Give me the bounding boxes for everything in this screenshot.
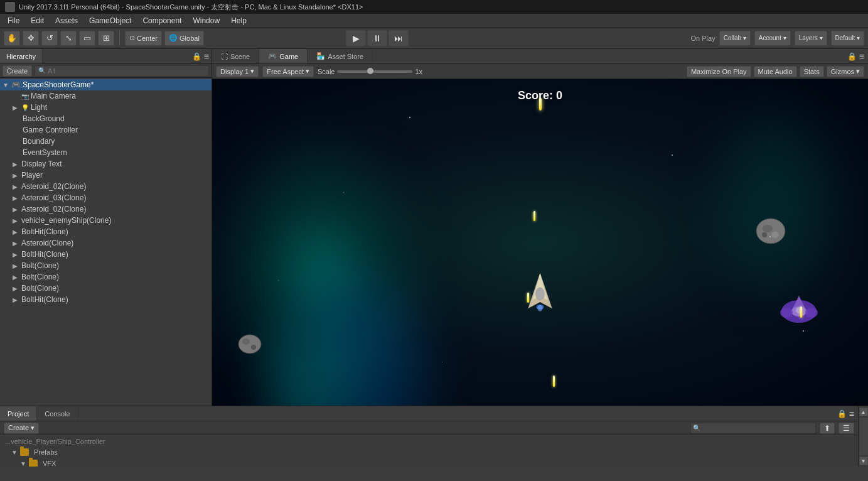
lock-icon[interactable]: 🔒 <box>192 52 201 61</box>
asset-store-tab[interactable]: 🏪 Asset Store <box>308 49 373 63</box>
menu-icon[interactable]: ≡ <box>849 409 854 419</box>
gizmos-button[interactable]: Gizmos ▾ <box>827 66 864 77</box>
hierarchy-item-bolt3[interactable]: ▶ Bolt(Clone) <box>0 283 212 294</box>
stats-label: Stats <box>804 68 820 75</box>
svg-point-8 <box>780 308 793 318</box>
hierarchy-item-bolthit1[interactable]: ▶ BoltHit(Clone) <box>0 226 212 237</box>
hierarchy-item-asteroid03[interactable]: ▶ Asteroid_03(Clone) <box>0 192 212 203</box>
hierarchy-item-bolthit3[interactable]: ▶ BoltHit(Clone) <box>0 294 212 305</box>
hierarchy-item-player[interactable]: ▶ Player <box>0 170 212 181</box>
project-search-input[interactable] <box>690 423 816 434</box>
folder-icon <box>20 448 29 456</box>
svg-point-9 <box>805 308 818 318</box>
lock-icon[interactable]: 🔒 <box>847 52 857 61</box>
hierarchy-item-display-text[interactable]: ▶ Display Text <box>0 158 212 170</box>
hierarchy-item-light[interactable]: ▶ 💡 Light <box>0 102 212 113</box>
enemy-ship <box>780 293 818 329</box>
gizmos-dropdown-icon: ▾ <box>856 67 860 75</box>
collab-button[interactable]: Collab ▾ <box>719 31 751 46</box>
hierarchy-search-input[interactable] <box>35 65 209 77</box>
scroll-up-button[interactable]: ▲ <box>859 408 868 416</box>
menu-icon[interactable]: ≡ <box>859 51 864 62</box>
hierarchy-item-bolt1[interactable]: ▶ Bolt(Clone) <box>0 260 212 271</box>
layers-button[interactable]: Layers ▾ <box>795 31 827 46</box>
scale-label: Scale <box>318 68 335 75</box>
hierarchy-item-background[interactable]: BackGround <box>0 113 212 124</box>
hierarchy-create-button[interactable]: Create <box>3 65 32 77</box>
hierarchy-item-asteroid-clone[interactable]: ▶ Asteroid(Clone) <box>0 237 212 249</box>
menu-file[interactable]: File <box>3 15 24 26</box>
hierarchy-item-boundary[interactable]: Boundary <box>0 136 212 147</box>
global-icon: 🌐 <box>169 34 178 42</box>
hierarchy-item-label: BackGround <box>23 114 65 123</box>
view-tab-bar: ⛶ Scene 🎮 Game 🏪 Asset Store 🔒 ≡ <box>212 49 868 64</box>
aspect-button[interactable]: Free Aspect ▾ <box>262 66 314 77</box>
bolt-mid <box>533 211 535 221</box>
lock-icon[interactable]: 🔒 <box>837 409 847 418</box>
hierarchy-item-bolt2[interactable]: ▶ Bolt(Clone) <box>0 271 212 283</box>
hierarchy-item-enemy-ship[interactable]: ▶ vehicle_enemyShip(Clone) <box>0 215 212 226</box>
hierarchy-tab[interactable]: Hierarchy <box>0 49 43 63</box>
pause-button[interactable]: ⏸ <box>367 30 387 46</box>
scene-tab[interactable]: ⛶ Scene <box>212 49 259 63</box>
expand-icon: ▶ <box>13 217 21 224</box>
account-button[interactable]: Account ▾ <box>754 31 791 46</box>
hierarchy-item-asteroid02-2[interactable]: ▶ Asteroid_02(Clone) <box>0 203 212 215</box>
scene-icon: 🎮 <box>11 80 21 89</box>
play-button[interactable]: ▶ <box>346 30 366 46</box>
search-icon: 🔍 <box>693 424 700 431</box>
mute-audio-button[interactable]: Mute Audio <box>754 66 797 77</box>
scroll-down-button[interactable]: ▼ <box>859 457 868 465</box>
hierarchy-item-label: Bolt(Clone) <box>21 273 59 281</box>
hand-tool-button[interactable]: ✋ <box>4 31 20 46</box>
stats-button[interactable]: Stats <box>800 66 824 77</box>
layout-button[interactable]: Default ▾ <box>831 31 864 46</box>
global-button[interactable]: 🌐 Global <box>164 31 204 46</box>
hierarchy-item-label: Boundary <box>23 137 55 146</box>
menu-assets[interactable]: Assets <box>50 15 83 26</box>
menu-window[interactable]: Window <box>188 15 225 26</box>
scale-slider[interactable] <box>337 70 412 73</box>
rotate-tool-button[interactable]: ↺ <box>41 31 58 46</box>
hierarchy-item-game-controller[interactable]: Game Controller <box>0 124 212 136</box>
rect-tool-button[interactable]: ▭ <box>79 31 95 46</box>
transform-tool-button[interactable]: ⊞ <box>98 31 114 46</box>
scale-slider-thumb[interactable] <box>367 68 373 74</box>
expand-icon: ▶ <box>13 251 21 258</box>
dropdown-icon: ▾ <box>250 67 254 75</box>
menu-edit[interactable]: Edit <box>26 15 49 26</box>
maximize-on-play-button[interactable]: Maximize On Play <box>687 66 751 77</box>
unity-logo-icon <box>5 2 15 12</box>
menu-component[interactable]: Component <box>137 15 186 26</box>
center-button[interactable]: ⊙ Center <box>125 31 162 46</box>
game-view-toolbar: Display 1 ▾ Free Aspect ▾ Scale 1x Maxim… <box>212 64 868 79</box>
menu-gameobject[interactable]: GameObject <box>84 15 136 26</box>
hierarchy-item-root[interactable]: ▼ 🎮 SpaceShooterGame* <box>0 79 212 90</box>
bottom-tab-right: 🔒 ≡ <box>837 406 858 421</box>
bottom-tab-bar: Project Console 🔒 ≡ <box>0 406 858 421</box>
center-icon: ⊙ <box>129 34 135 42</box>
menu-icon[interactable]: ≡ <box>204 51 209 62</box>
scale-tool-button[interactable]: ⤡ <box>60 31 77 46</box>
filter-button[interactable]: ☰ <box>839 423 854 434</box>
sort-button[interactable]: ⬆ <box>820 423 835 434</box>
prefabs-folder[interactable]: ▼ Prefabs <box>5 446 853 458</box>
step-button[interactable]: ⏭ <box>388 30 409 46</box>
hierarchy-item-main-camera[interactable]: 📷 Main Camera <box>0 90 212 102</box>
svg-point-17 <box>251 345 256 350</box>
title-text: Unity 2017.3.1f1 Personal (64bit) - Spac… <box>19 3 363 12</box>
hierarchy-item-asteroid02-1[interactable]: ▶ Asteroid_02(Clone) <box>0 181 212 192</box>
game-tab[interactable]: 🎮 Game <box>259 49 308 63</box>
hierarchy-tab-bar: Hierarchy 🔒 ≡ <box>0 49 212 64</box>
hierarchy-item-label: Main Camera <box>31 92 76 100</box>
asset-store-tab-label: Asset Store <box>328 53 363 60</box>
console-tab[interactable]: Console <box>37 406 78 421</box>
project-create-button[interactable]: Create ▾ <box>4 423 39 434</box>
menu-help[interactable]: Help <box>226 15 252 26</box>
hierarchy-item-eventsystem[interactable]: EventSystem <box>0 147 212 158</box>
hierarchy-item-bolthit2[interactable]: ▶ BoltHit(Clone) <box>0 249 212 260</box>
move-tool-button[interactable]: ✥ <box>23 31 39 46</box>
display-button[interactable]: Display 1 ▾ <box>216 66 259 77</box>
project-tab[interactable]: Project <box>0 406 37 421</box>
vfx-folder[interactable]: ▼ VFX <box>5 458 853 467</box>
